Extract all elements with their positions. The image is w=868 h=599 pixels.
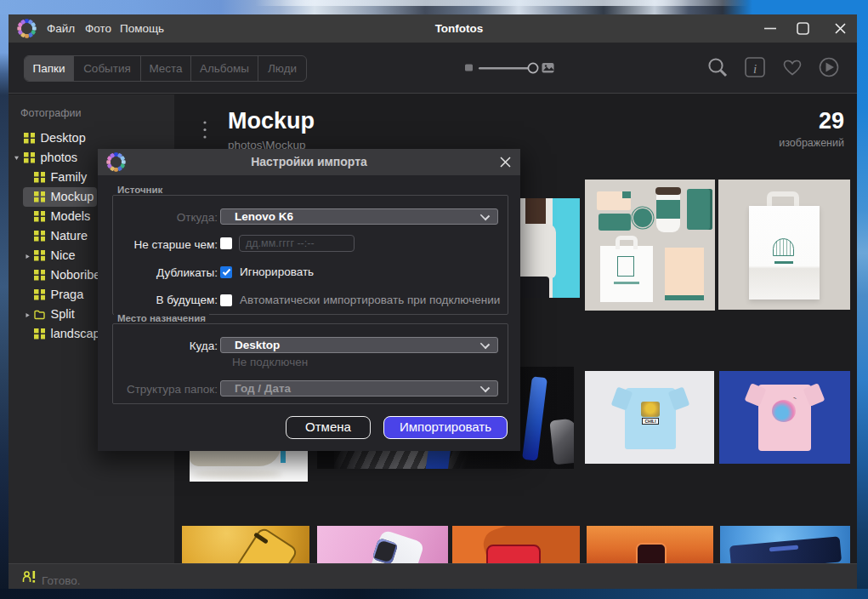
svg-text:i: i bbox=[753, 62, 757, 76]
